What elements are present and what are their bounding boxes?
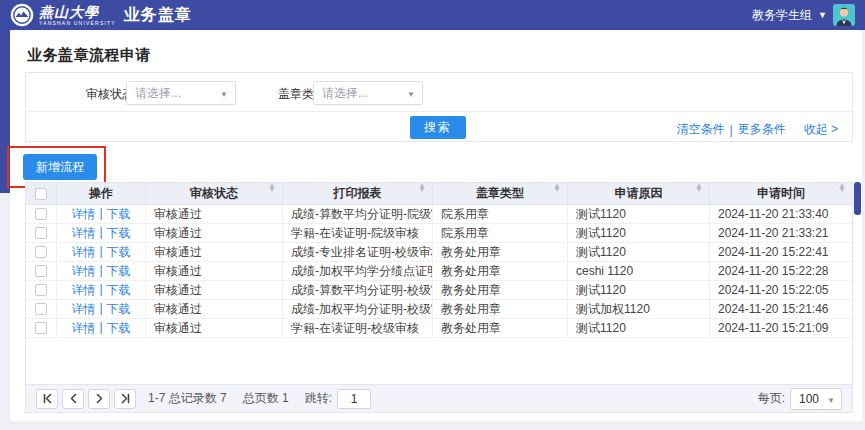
detail-link[interactable]: 详情 xyxy=(71,263,95,280)
type-cell: 教务处用章 xyxy=(433,319,568,337)
report-cell: 成绩-算数平均分证明-校级审核 xyxy=(283,281,433,299)
table-row: 详情|下载 审核通过 成绩-加权平均学分绩点证明-校... 教务处用章 cesh… xyxy=(26,262,852,281)
detail-link[interactable]: 详情 xyxy=(71,301,95,318)
user-menu[interactable]: 教务学生组 ▼ xyxy=(752,0,855,30)
download-link[interactable]: 下载 xyxy=(107,206,131,223)
row-checkbox[interactable] xyxy=(35,265,47,277)
filter-row: 审核状态 请选择... ▼ 盖章类型 请选择... ▼ xyxy=(26,73,852,111)
filter-panel: 审核状态 请选择... ▼ 盖章类型 请选择... ▼ 搜索 清空条件 | 更多… xyxy=(25,72,853,142)
reason-cell: 测试1120 xyxy=(568,281,710,299)
table-row: 详情|下载 审核通过 学籍-在读证明-校级审核 教务处用章 测试1120 202… xyxy=(26,319,852,338)
row-checkbox[interactable] xyxy=(35,303,47,315)
collapse-link[interactable]: 收起 > xyxy=(804,121,838,138)
sort-icon[interactable]: ▲▼ xyxy=(553,184,561,193)
download-link[interactable]: 下载 xyxy=(107,282,131,299)
chevron-down-icon: ▼ xyxy=(818,10,827,20)
university-name-en: YANSHAN UNIVERSITY xyxy=(39,21,116,26)
reason-cell: 测试1120 xyxy=(568,319,710,337)
search-button[interactable]: 搜索 xyxy=(410,116,466,139)
detail-link[interactable]: 详情 xyxy=(71,320,95,337)
table-row: 详情|下载 审核通过 成绩-算数平均分证明-校级审核 教务处用章 测试1120 … xyxy=(26,281,852,300)
type-cell: 院系用章 xyxy=(433,205,568,223)
page-title: 业务盖章流程申请 xyxy=(27,46,151,65)
status-cell: 审核通过 xyxy=(146,262,283,280)
row-checkbox[interactable] xyxy=(35,227,47,239)
pagination-bar: 1-7 总记录数 7 总页数 1 跳转: 每页: 100 ▼ xyxy=(26,384,852,412)
status-cell: 审核通过 xyxy=(146,224,283,242)
detail-link[interactable]: 详情 xyxy=(71,225,95,242)
process-table: 操作 审核状态▲▼ 打印报表▲▼ 盖章类型▲▼ 申请原因▲▼ 申请时间▲▼ 详情… xyxy=(25,182,853,413)
select-all-cell xyxy=(26,183,57,204)
row-checkbox[interactable] xyxy=(35,208,47,220)
reason-cell: ceshi 1120 xyxy=(568,262,710,280)
row-checkbox[interactable] xyxy=(35,284,47,296)
more-conditions-link[interactable]: 更多条件 xyxy=(738,121,786,138)
download-link[interactable]: 下载 xyxy=(107,244,131,261)
sort-icon[interactable]: ▲▼ xyxy=(695,184,703,193)
table-header-row: 操作 审核状态▲▼ 打印报表▲▼ 盖章类型▲▼ 申请原因▲▼ 申请时间▲▼ xyxy=(26,183,852,205)
download-link[interactable]: 下载 xyxy=(107,301,131,318)
time-cell: 2024-11-20 15:22:05 xyxy=(710,281,852,299)
download-link[interactable]: 下载 xyxy=(107,225,131,242)
sort-icon[interactable]: ▲▼ xyxy=(268,184,276,193)
time-cell: 2024-11-20 15:22:28 xyxy=(710,262,852,280)
time-cell: 2024-11-20 21:33:40 xyxy=(710,205,852,223)
sort-icon[interactable]: ▲▼ xyxy=(418,184,426,193)
sort-icon[interactable]: ▲▼ xyxy=(838,184,846,193)
time-cell: 2024-11-20 21:33:21 xyxy=(710,224,852,242)
table-row: 详情|下载 审核通过 成绩-算数平均分证明-院级审核 院系用章 测试1120 2… xyxy=(26,205,852,224)
time-cell: 2024-11-20 15:22:41 xyxy=(710,243,852,261)
report-cell: 成绩-加权平均分证明-校级审核 xyxy=(283,300,433,318)
select-all-checkbox[interactable] xyxy=(35,188,47,200)
table-row: 详情|下载 审核通过 成绩-专业排名证明-校级审核 教务处用章 测试1120 2… xyxy=(26,243,852,262)
chevron-down-icon: ▼ xyxy=(407,90,415,99)
per-page-label: 每页: xyxy=(758,390,785,407)
table-row: 详情|下载 审核通过 学籍-在读证明-院级审核 院系用章 测试1120 2024… xyxy=(26,224,852,243)
jump-page-input[interactable] xyxy=(337,389,371,409)
reason-cell: 测试1120 xyxy=(568,243,710,261)
col-header-type: 盖章类型▲▼ xyxy=(433,183,568,204)
avatar[interactable] xyxy=(833,4,855,26)
review-status-value: 请选择... xyxy=(135,85,181,102)
status-cell: 审核通过 xyxy=(146,319,283,337)
screen: 燕山大學 YANSHAN UNIVERSITY 业务盖章 教务学生组 ▼ 业务盖… xyxy=(0,0,865,430)
chevron-down-icon: ▼ xyxy=(220,90,228,99)
prev-page-button[interactable] xyxy=(62,389,84,409)
download-link[interactable]: 下载 xyxy=(107,320,131,337)
type-cell: 院系用章 xyxy=(433,224,568,242)
reason-cell: 测试1120 xyxy=(568,224,710,242)
next-page-button[interactable] xyxy=(88,389,110,409)
row-checkbox[interactable] xyxy=(35,322,47,334)
per-page-control: 每页: 100 ▼ xyxy=(758,388,842,410)
user-group-label: 教务学生组 xyxy=(752,7,812,24)
time-cell: 2024-11-20 15:21:46 xyxy=(710,300,852,318)
stamp-type-value: 请选择... xyxy=(322,85,368,102)
type-cell: 教务处用章 xyxy=(433,262,568,280)
first-page-button[interactable] xyxy=(36,389,58,409)
stamp-type-select[interactable]: 请选择... ▼ xyxy=(313,81,423,105)
jump-label: 跳转: xyxy=(305,390,332,407)
last-page-button[interactable] xyxy=(114,389,136,409)
status-cell: 审核通过 xyxy=(146,300,283,318)
per-page-select[interactable]: 100 ▼ xyxy=(790,388,842,410)
detail-link[interactable]: 详情 xyxy=(71,282,95,299)
report-cell: 学籍-在读证明-校级审核 xyxy=(283,319,433,337)
condition-links: 清空条件 | 更多条件 收起 > xyxy=(677,121,838,138)
total-pages-text: 总页数 1 xyxy=(243,390,289,407)
col-header-action: 操作 xyxy=(57,183,146,204)
scrollbar-thumb[interactable] xyxy=(854,182,861,215)
review-status-select[interactable]: 请选择... ▼ xyxy=(126,81,236,105)
university-name-cn: 燕山大學 xyxy=(39,5,116,19)
report-cell: 成绩-算数平均分证明-院级审核 xyxy=(283,205,433,223)
detail-link[interactable]: 详情 xyxy=(71,244,95,261)
col-header-time: 申请时间▲▼ xyxy=(710,183,852,204)
type-cell: 教务处用章 xyxy=(433,300,568,318)
download-link[interactable]: 下载 xyxy=(107,263,131,280)
col-header-reason: 申请原因▲▼ xyxy=(568,183,710,204)
type-cell: 教务处用章 xyxy=(433,243,568,261)
row-checkbox[interactable] xyxy=(35,246,47,258)
clear-conditions-link[interactable]: 清空条件 xyxy=(677,121,725,138)
detail-link[interactable]: 详情 xyxy=(71,206,95,223)
reason-cell: 测试加权1120 xyxy=(568,300,710,318)
per-page-value: 100 xyxy=(799,392,819,406)
